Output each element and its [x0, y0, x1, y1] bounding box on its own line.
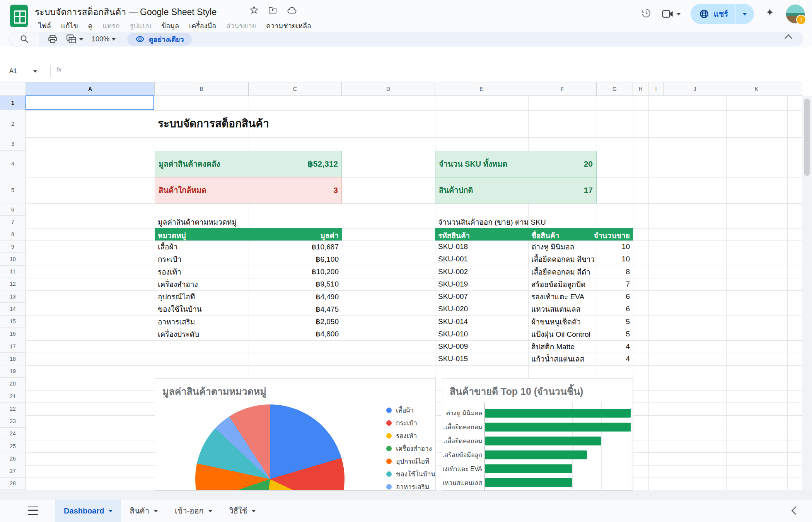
sku-cell-qty[interactable]: 8 — [597, 266, 630, 278]
category-cell-name[interactable]: อุปกรณ์ไอที — [158, 290, 247, 303]
sku-cell-qty[interactable]: 10 — [597, 253, 630, 265]
row-header-15[interactable]: 15 — [0, 316, 26, 328]
row-header-19[interactable]: 19 — [0, 365, 26, 378]
sku-cell-code[interactable]: SKU-009 — [438, 340, 525, 353]
row-header-22[interactable]: 22 — [0, 403, 26, 415]
row-header-13[interactable]: 13 — [0, 290, 26, 303]
kpi-1[interactable]: สินค้าใกล้หมด3 — [155, 177, 342, 203]
bar — [485, 423, 631, 432]
category-cell-value[interactable]: ฿4,490 — [252, 290, 339, 303]
row-header-27[interactable]: 27 — [0, 465, 26, 478]
sku-cell-code[interactable]: SKU-002 — [438, 266, 525, 278]
sku-table-title[interactable]: จำนวนสินค้าออก (ขาย) ตาม SKU — [438, 216, 546, 228]
column-header-E[interactable]: E — [435, 82, 528, 96]
row-header-12[interactable]: 12 — [0, 278, 26, 290]
category-cell-value[interactable]: ฿9,510 — [252, 278, 339, 290]
category-cell-name[interactable]: เสื้อผ้า — [158, 241, 247, 253]
row-header-26[interactable]: 26 — [0, 452, 26, 465]
column-header-D[interactable]: D — [342, 82, 435, 96]
row-header-17[interactable]: 17 — [0, 340, 26, 353]
row-header-2[interactable]: 2 — [0, 110, 26, 137]
category-cell-value[interactable]: ฿6,100 — [252, 253, 339, 265]
category-cell-name[interactable]: ของใช้ในบ้าน — [158, 303, 247, 315]
sku-cell-qty[interactable]: 10 — [597, 241, 630, 253]
sku-cell-qty[interactable]: 6 — [597, 290, 630, 303]
row-header-28[interactable]: 28 — [0, 478, 26, 490]
column-header-H[interactable]: H — [633, 82, 648, 96]
category-table-header[interactable]: หมวดหมู่มูลค่า — [155, 228, 342, 241]
category-cell-value[interactable]: ฿10,200 — [252, 266, 339, 278]
sheet-tab-1[interactable]: สินค้า — [121, 500, 166, 522]
column-header-G[interactable]: G — [597, 82, 633, 96]
category-cell-value[interactable]: ฿4,800 — [252, 328, 339, 340]
sku-cell-qty[interactable]: 4 — [597, 353, 630, 365]
sku-cell-code[interactable]: SKU-018 — [438, 241, 525, 253]
row-header-25[interactable]: 25 — [0, 440, 26, 452]
google-sheets-app: ระบบจัดการสต็อกสินค้า — Google Sheet Sty… — [0, 0, 812, 522]
sku-cell-qty[interactable]: 5 — [597, 328, 630, 340]
horizontal-scrollbar-track[interactable] — [0, 490, 812, 500]
row-header-21[interactable]: 21 — [0, 390, 26, 403]
sku-cell-qty[interactable]: 7 — [597, 278, 630, 290]
row-header-11[interactable]: 11 — [0, 266, 26, 278]
row-header-7[interactable]: 7 — [0, 216, 26, 228]
grid-corner[interactable] — [0, 82, 26, 96]
row-header-24[interactable]: 24 — [0, 428, 26, 440]
sku-cell-code[interactable]: SKU-019 — [438, 278, 525, 290]
row-header-18[interactable]: 18 — [0, 353, 26, 365]
row-header-8[interactable]: 8 — [0, 228, 26, 241]
sku-cell-qty[interactable]: 4 — [597, 340, 630, 353]
column-header-partial[interactable] — [787, 82, 802, 96]
row-header-3[interactable]: 3 — [0, 137, 26, 151]
category-cell-name[interactable]: รองเท้า — [158, 266, 247, 278]
column-header-J[interactable]: J — [664, 82, 726, 96]
row-header-14[interactable]: 14 — [0, 303, 26, 315]
row-header-6[interactable]: 6 — [0, 203, 26, 216]
column-header-C[interactable]: C — [249, 82, 342, 96]
column-header-K[interactable]: K — [726, 82, 787, 96]
sku-cell-code[interactable]: SKU-001 — [438, 253, 525, 265]
sku-cell-qty[interactable]: 5 — [597, 316, 630, 328]
sku-cell-code[interactable]: SKU-020 — [438, 303, 525, 315]
row-header-1[interactable]: 1 — [0, 96, 26, 110]
category-cell-name[interactable]: อาหารเสริม — [158, 316, 247, 328]
column-header-A[interactable]: A — [26, 82, 155, 96]
category-cell-name[interactable]: กระเป๋า — [158, 253, 247, 265]
kpi-0[interactable]: มูลค่าสินค้าคงคลัง฿52,312 — [155, 151, 342, 177]
category-cell-name[interactable]: เครื่องสำอาง — [158, 278, 247, 290]
row-header-20[interactable]: 20 — [0, 378, 26, 390]
column-header-B[interactable]: B — [155, 82, 249, 96]
sheet-heading[interactable]: ระบบจัดการสต็อกสินค้า — [158, 115, 269, 132]
row-header-5[interactable]: 5 — [0, 177, 26, 203]
sheet-tab-3[interactable]: วิธีใช้ — [221, 500, 264, 522]
column-header-I[interactable]: I — [648, 82, 664, 96]
tab-scroll-left-icon[interactable] — [793, 508, 798, 513]
row-header-9[interactable]: 9 — [0, 241, 26, 253]
row-header-16[interactable]: 16 — [0, 328, 26, 340]
selected-cell-a1[interactable] — [26, 96, 154, 110]
sku-cell-code[interactable]: SKU-007 — [438, 290, 525, 303]
sku-cell-qty[interactable]: 6 — [597, 303, 630, 315]
pie-chart-card[interactable]: มูลค่าสินค้าตามหมวดหมู่ เสื้อผ้ากระเป๋าร… — [155, 378, 436, 491]
category-cell-value[interactable]: ฿10,687 — [252, 241, 339, 253]
sku-cell-code[interactable]: SKU-010 — [438, 328, 525, 340]
row-header-10[interactable]: 10 — [0, 253, 26, 265]
category-cell-value[interactable]: ฿4,475 — [252, 303, 339, 315]
row-header-4[interactable]: 4 — [0, 151, 26, 177]
legend-label: เครื่องสำอาง — [396, 443, 432, 454]
bar-chart-card[interactable]: สินค้าขายดี Top 10 (จำนวนชิ้น) ต่างหู มิ… — [442, 378, 633, 491]
category-table-title[interactable]: มูลค่าสินค้าตามหมวดหมู่ — [158, 216, 237, 228]
sku-cell-code[interactable]: SKU-015 — [438, 353, 525, 365]
vertical-scrollbar-thumb[interactable] — [804, 99, 810, 176]
category-cell-value[interactable]: ฿2,050 — [252, 316, 339, 328]
sheet-tab-0[interactable]: Dashboard — [55, 500, 121, 522]
category-cell-name[interactable]: เครื่องประดับ — [158, 328, 247, 340]
sku-cell-code[interactable]: SKU-014 — [438, 316, 525, 328]
kpi-2[interactable]: จำนวน SKU ทั้งหมด20 — [435, 151, 597, 177]
column-header-F[interactable]: F — [528, 82, 597, 96]
all-sheets-menu-icon[interactable] — [28, 507, 38, 515]
sheet-tab-2[interactable]: เข้า-ออก — [166, 500, 221, 522]
sku-table-header[interactable]: รหัสสินค้าชื่อสินค้าจำนวนขาย — [435, 228, 633, 241]
row-header-23[interactable]: 23 — [0, 415, 26, 428]
kpi-3[interactable]: สินค้าปกติ17 — [435, 177, 597, 203]
